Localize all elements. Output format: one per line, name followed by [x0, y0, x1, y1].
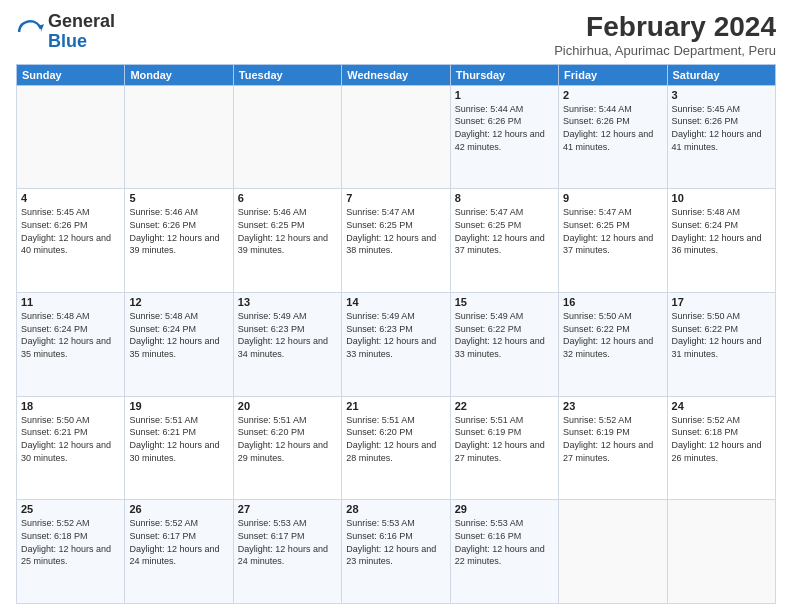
day-number: 5 — [129, 192, 228, 204]
day-info: Sunrise: 5:52 AM Sunset: 6:18 PM Dayligh… — [21, 517, 120, 567]
day-number: 13 — [238, 296, 337, 308]
calendar-day-cell: 8Sunrise: 5:47 AM Sunset: 6:25 PM Daylig… — [450, 189, 558, 293]
calendar-day-cell: 14Sunrise: 5:49 AM Sunset: 6:23 PM Dayli… — [342, 293, 450, 397]
header: General Blue February 2024 Pichirhua, Ap… — [16, 12, 776, 58]
calendar-day-cell: 6Sunrise: 5:46 AM Sunset: 6:25 PM Daylig… — [233, 189, 341, 293]
day-info: Sunrise: 5:47 AM Sunset: 6:25 PM Dayligh… — [563, 206, 662, 256]
calendar-week-row: 11Sunrise: 5:48 AM Sunset: 6:24 PM Dayli… — [17, 293, 776, 397]
day-info: Sunrise: 5:49 AM Sunset: 6:22 PM Dayligh… — [455, 310, 554, 360]
day-info: Sunrise: 5:52 AM Sunset: 6:18 PM Dayligh… — [672, 414, 771, 464]
calendar-day-cell: 29Sunrise: 5:53 AM Sunset: 6:16 PM Dayli… — [450, 500, 558, 604]
day-info: Sunrise: 5:50 AM Sunset: 6:22 PM Dayligh… — [563, 310, 662, 360]
logo-blue: Blue — [48, 31, 87, 51]
day-number: 19 — [129, 400, 228, 412]
day-number: 4 — [21, 192, 120, 204]
calendar-day-cell: 17Sunrise: 5:50 AM Sunset: 6:22 PM Dayli… — [667, 293, 775, 397]
month-year: February 2024 — [554, 12, 776, 43]
day-number: 15 — [455, 296, 554, 308]
calendar-day-cell — [667, 500, 775, 604]
calendar-week-row: 1Sunrise: 5:44 AM Sunset: 6:26 PM Daylig… — [17, 85, 776, 189]
day-number: 25 — [21, 503, 120, 515]
calendar-day-cell: 5Sunrise: 5:46 AM Sunset: 6:26 PM Daylig… — [125, 189, 233, 293]
day-number: 6 — [238, 192, 337, 204]
day-info: Sunrise: 5:51 AM Sunset: 6:20 PM Dayligh… — [346, 414, 445, 464]
day-info: Sunrise: 5:51 AM Sunset: 6:21 PM Dayligh… — [129, 414, 228, 464]
calendar-day-cell: 20Sunrise: 5:51 AM Sunset: 6:20 PM Dayli… — [233, 396, 341, 500]
calendar-day-cell: 13Sunrise: 5:49 AM Sunset: 6:23 PM Dayli… — [233, 293, 341, 397]
day-of-week-header: Wednesday — [342, 64, 450, 85]
calendar-day-cell: 25Sunrise: 5:52 AM Sunset: 6:18 PM Dayli… — [17, 500, 125, 604]
calendar-day-cell: 7Sunrise: 5:47 AM Sunset: 6:25 PM Daylig… — [342, 189, 450, 293]
day-number: 8 — [455, 192, 554, 204]
generalblue-logo-icon — [16, 18, 44, 46]
day-info: Sunrise: 5:49 AM Sunset: 6:23 PM Dayligh… — [346, 310, 445, 360]
day-number: 22 — [455, 400, 554, 412]
calendar-day-cell: 26Sunrise: 5:52 AM Sunset: 6:17 PM Dayli… — [125, 500, 233, 604]
day-info: Sunrise: 5:46 AM Sunset: 6:25 PM Dayligh… — [238, 206, 337, 256]
day-info: Sunrise: 5:45 AM Sunset: 6:26 PM Dayligh… — [21, 206, 120, 256]
calendar-day-cell — [125, 85, 233, 189]
calendar-day-cell: 22Sunrise: 5:51 AM Sunset: 6:19 PM Dayli… — [450, 396, 558, 500]
calendar-week-row: 4Sunrise: 5:45 AM Sunset: 6:26 PM Daylig… — [17, 189, 776, 293]
day-info: Sunrise: 5:53 AM Sunset: 6:16 PM Dayligh… — [346, 517, 445, 567]
calendar-day-cell: 18Sunrise: 5:50 AM Sunset: 6:21 PM Dayli… — [17, 396, 125, 500]
day-info: Sunrise: 5:46 AM Sunset: 6:26 PM Dayligh… — [129, 206, 228, 256]
day-number: 3 — [672, 89, 771, 101]
calendar-day-cell: 27Sunrise: 5:53 AM Sunset: 6:17 PM Dayli… — [233, 500, 341, 604]
calendar-day-cell — [559, 500, 667, 604]
calendar-day-cell: 23Sunrise: 5:52 AM Sunset: 6:19 PM Dayli… — [559, 396, 667, 500]
day-number: 2 — [563, 89, 662, 101]
day-number: 21 — [346, 400, 445, 412]
calendar-day-cell — [233, 85, 341, 189]
day-info: Sunrise: 5:44 AM Sunset: 6:26 PM Dayligh… — [455, 103, 554, 153]
calendar-day-cell: 19Sunrise: 5:51 AM Sunset: 6:21 PM Dayli… — [125, 396, 233, 500]
day-info: Sunrise: 5:45 AM Sunset: 6:26 PM Dayligh… — [672, 103, 771, 153]
day-info: Sunrise: 5:51 AM Sunset: 6:20 PM Dayligh… — [238, 414, 337, 464]
day-number: 16 — [563, 296, 662, 308]
calendar-day-cell: 4Sunrise: 5:45 AM Sunset: 6:26 PM Daylig… — [17, 189, 125, 293]
header-row: SundayMondayTuesdayWednesdayThursdayFrid… — [17, 64, 776, 85]
day-number: 7 — [346, 192, 445, 204]
day-info: Sunrise: 5:47 AM Sunset: 6:25 PM Dayligh… — [455, 206, 554, 256]
day-of-week-header: Thursday — [450, 64, 558, 85]
calendar-day-cell: 12Sunrise: 5:48 AM Sunset: 6:24 PM Dayli… — [125, 293, 233, 397]
day-number: 11 — [21, 296, 120, 308]
calendar-day-cell: 9Sunrise: 5:47 AM Sunset: 6:25 PM Daylig… — [559, 189, 667, 293]
calendar-week-row: 25Sunrise: 5:52 AM Sunset: 6:18 PM Dayli… — [17, 500, 776, 604]
logo-text: General Blue — [48, 12, 115, 52]
calendar-day-cell: 3Sunrise: 5:45 AM Sunset: 6:26 PM Daylig… — [667, 85, 775, 189]
day-info: Sunrise: 5:48 AM Sunset: 6:24 PM Dayligh… — [21, 310, 120, 360]
day-number: 27 — [238, 503, 337, 515]
calendar-day-cell: 28Sunrise: 5:53 AM Sunset: 6:16 PM Dayli… — [342, 500, 450, 604]
calendar-header: SundayMondayTuesdayWednesdayThursdayFrid… — [17, 64, 776, 85]
day-of-week-header: Monday — [125, 64, 233, 85]
day-number: 10 — [672, 192, 771, 204]
day-info: Sunrise: 5:44 AM Sunset: 6:26 PM Dayligh… — [563, 103, 662, 153]
day-number: 18 — [21, 400, 120, 412]
day-info: Sunrise: 5:53 AM Sunset: 6:16 PM Dayligh… — [455, 517, 554, 567]
logo-general: General — [48, 11, 115, 31]
day-of-week-header: Tuesday — [233, 64, 341, 85]
calendar-table: SundayMondayTuesdayWednesdayThursdayFrid… — [16, 64, 776, 604]
day-of-week-header: Saturday — [667, 64, 775, 85]
day-info: Sunrise: 5:53 AM Sunset: 6:17 PM Dayligh… — [238, 517, 337, 567]
day-info: Sunrise: 5:52 AM Sunset: 6:19 PM Dayligh… — [563, 414, 662, 464]
calendar-week-row: 18Sunrise: 5:50 AM Sunset: 6:21 PM Dayli… — [17, 396, 776, 500]
calendar-day-cell: 11Sunrise: 5:48 AM Sunset: 6:24 PM Dayli… — [17, 293, 125, 397]
calendar-day-cell: 16Sunrise: 5:50 AM Sunset: 6:22 PM Dayli… — [559, 293, 667, 397]
calendar-day-cell: 2Sunrise: 5:44 AM Sunset: 6:26 PM Daylig… — [559, 85, 667, 189]
title-block: February 2024 Pichirhua, Apurimac Depart… — [554, 12, 776, 58]
day-number: 14 — [346, 296, 445, 308]
day-number: 9 — [563, 192, 662, 204]
day-number: 28 — [346, 503, 445, 515]
day-number: 24 — [672, 400, 771, 412]
day-of-week-header: Friday — [559, 64, 667, 85]
day-info: Sunrise: 5:51 AM Sunset: 6:19 PM Dayligh… — [455, 414, 554, 464]
calendar-body: 1Sunrise: 5:44 AM Sunset: 6:26 PM Daylig… — [17, 85, 776, 603]
day-number: 17 — [672, 296, 771, 308]
day-number: 26 — [129, 503, 228, 515]
day-of-week-header: Sunday — [17, 64, 125, 85]
day-number: 20 — [238, 400, 337, 412]
day-info: Sunrise: 5:48 AM Sunset: 6:24 PM Dayligh… — [672, 206, 771, 256]
day-info: Sunrise: 5:52 AM Sunset: 6:17 PM Dayligh… — [129, 517, 228, 567]
